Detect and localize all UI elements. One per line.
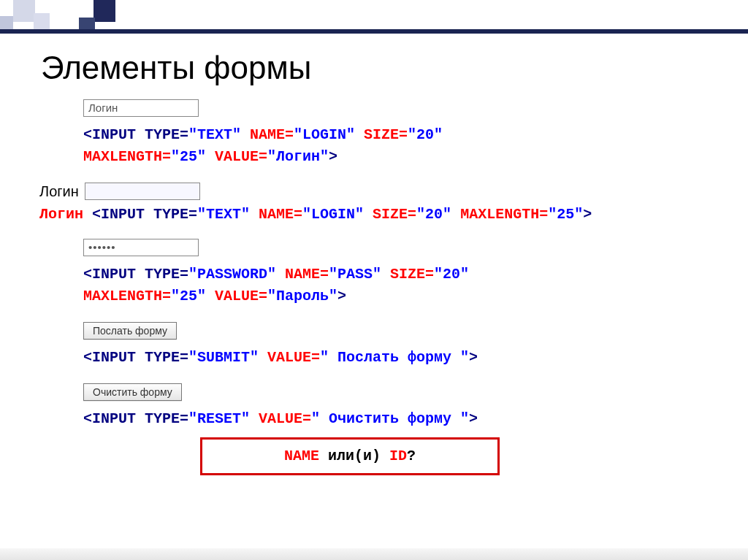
slide-top-bar [0,29,748,34]
submit-button[interactable]: Послать форму [83,322,177,340]
code-input-submit: <INPUT TYPE="SUBMIT" VALUE=" Послать фор… [83,347,719,369]
code-input-text-novalue: Логин <INPUT TYPE="TEXT" NAME="LOGIN" SI… [39,206,719,223]
password-input[interactable]: •••••• [83,239,199,256]
question-box: NAME или(и) ID? [200,437,500,475]
login-label: Логин [39,183,79,200]
page-title: Элементы формы [41,50,719,86]
code-input-text-value: <INPUT TYPE="TEXT" NAME="LOGIN" SIZE="20… [83,124,719,168]
code-input-password: <INPUT TYPE="PASSWORD" NAME="PASS" SIZE=… [83,264,719,307]
slide-bottom-shadow [0,548,748,560]
code-input-reset: <INPUT TYPE="RESET" VALUE=" Очистить фор… [83,408,719,430]
login-input-filled[interactable]: Логин [83,99,199,117]
login-input-empty[interactable] [85,183,200,200]
reset-button[interactable]: Очистить форму [83,383,182,401]
